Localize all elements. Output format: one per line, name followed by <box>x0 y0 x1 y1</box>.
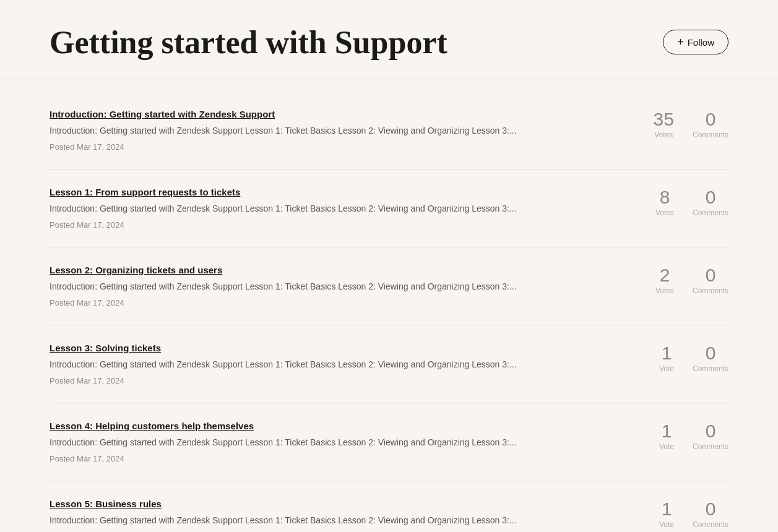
comments-count: 0 <box>693 499 728 519</box>
article-excerpt: Introduction: Getting started with Zende… <box>50 436 582 449</box>
comments-count: 0 <box>693 187 728 207</box>
article-stats: 1 Vote 0 Comments <box>629 499 728 529</box>
comments-count: 0 <box>693 343 728 363</box>
article-excerpt: Introduction: Getting started with Zende… <box>50 514 582 527</box>
article-stats: 1 Vote 0 Comments <box>629 421 728 451</box>
votes-block: 8 Votes <box>655 187 674 217</box>
article-stats: 2 Votes 0 Comments <box>629 265 728 295</box>
votes-block: 1 Vote <box>659 421 674 451</box>
article-item: Lesson 3: Solving tickets Introduction: … <box>50 325 728 403</box>
article-title[interactable]: Lesson 1: From support requests to ticke… <box>50 187 240 197</box>
comments-block: 0 Comments <box>693 499 728 529</box>
article-item: Lesson 4: Helping customers help themsel… <box>50 403 728 481</box>
article-excerpt: Introduction: Getting started with Zende… <box>50 202 582 215</box>
article-meta: Posted Mar 17, 2024 <box>50 454 605 463</box>
votes-label: Vote <box>659 520 674 529</box>
article-stats: 8 Votes 0 Comments <box>629 187 728 217</box>
votes-label: Votes <box>654 131 674 139</box>
comments-label: Comments <box>693 131 728 139</box>
comments-block: 0 Comments <box>693 187 728 217</box>
article-title[interactable]: Lesson 3: Solving tickets <box>50 343 161 353</box>
article-meta: Posted Mar 17, 2024 <box>50 220 605 230</box>
votes-label: Vote <box>659 442 674 451</box>
article-stats: 1 Vote 0 Comments <box>629 343 728 373</box>
comments-count: 0 <box>693 265 728 285</box>
votes-block: 1 Vote <box>659 343 674 373</box>
header-section: Getting started with Support + Follow <box>0 0 778 79</box>
votes-count: 2 <box>655 265 674 285</box>
votes-count: 35 <box>654 109 674 129</box>
plus-icon: + <box>677 36 684 48</box>
votes-label: Votes <box>655 286 674 295</box>
article-content: Lesson 3: Solving tickets Introduction: … <box>50 343 605 385</box>
comments-block: 0 Comments <box>693 421 728 451</box>
article-content: Lesson 1: From support requests to ticke… <box>50 187 605 230</box>
article-title[interactable]: Lesson 2: Organizing tickets and users <box>50 265 222 275</box>
article-content: Introduction: Getting started with Zende… <box>50 109 605 152</box>
article-title[interactable]: Lesson 4: Helping customers help themsel… <box>50 421 254 431</box>
follow-label: Follow <box>688 37 714 48</box>
votes-block: 1 Vote <box>659 499 674 529</box>
follow-button[interactable]: + Follow <box>663 30 728 54</box>
article-title[interactable]: Introduction: Getting started with Zende… <box>50 109 275 119</box>
article-meta: Posted Mar 17, 2024 <box>50 142 605 152</box>
votes-count: 1 <box>659 499 674 519</box>
article-meta: Posted Mar 17, 2024 <box>50 376 605 385</box>
comments-count: 0 <box>693 421 728 441</box>
article-item: Lesson 5: Business rules Introduction: G… <box>50 481 728 532</box>
article-item: Lesson 1: From support requests to ticke… <box>50 169 728 247</box>
votes-count: 8 <box>655 187 674 207</box>
article-title[interactable]: Lesson 5: Business rules <box>50 499 162 509</box>
comments-block: 0 Comments <box>693 265 728 295</box>
page-wrapper: Getting started with Support + Follow In… <box>0 0 778 532</box>
comments-label: Comments <box>693 520 728 529</box>
article-content: Lesson 2: Organizing tickets and users I… <box>50 265 605 307</box>
article-meta: Posted Mar 17, 2024 <box>50 298 605 307</box>
comments-label: Comments <box>693 442 728 451</box>
votes-block: 2 Votes <box>655 265 674 295</box>
article-excerpt: Introduction: Getting started with Zende… <box>50 358 582 371</box>
votes-label: Votes <box>655 208 674 217</box>
article-stats: 35 Votes 0 Comments <box>629 109 728 139</box>
article-content: Lesson 4: Helping customers help themsel… <box>50 421 605 463</box>
votes-label: Vote <box>659 364 674 373</box>
article-item: Lesson 2: Organizing tickets and users I… <box>50 247 728 325</box>
articles-section: Introduction: Getting started with Zende… <box>0 79 778 532</box>
votes-count: 1 <box>659 421 674 441</box>
comments-block: 0 Comments <box>693 343 728 373</box>
comments-label: Comments <box>693 364 728 373</box>
article-content: Lesson 5: Business rules Introduction: G… <box>50 499 605 532</box>
article-excerpt: Introduction: Getting started with Zende… <box>50 280 582 293</box>
article-excerpt: Introduction: Getting started with Zende… <box>50 124 582 137</box>
votes-count: 1 <box>659 343 674 363</box>
comments-label: Comments <box>693 208 728 217</box>
comments-block: 0 Comments <box>693 109 728 139</box>
comments-count: 0 <box>693 109 728 129</box>
comments-label: Comments <box>693 286 728 295</box>
votes-block: 35 Votes <box>654 109 674 139</box>
page-title: Getting started with Support <box>50 25 447 60</box>
article-item: Introduction: Getting started with Zende… <box>50 92 728 169</box>
